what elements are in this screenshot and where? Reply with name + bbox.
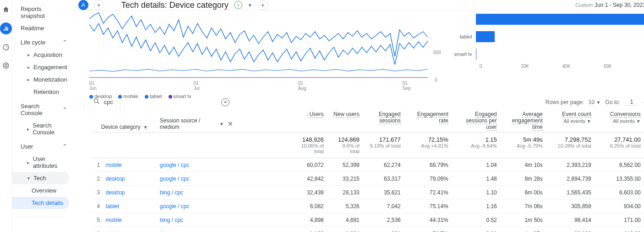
total-cell: 124,8698.8% of total (328, 136, 364, 154)
cell-metric: 1.16 (453, 203, 502, 210)
x-tick: 01Jun (89, 81, 117, 91)
x-axis: 01Jun 01Jul 01Aug 01Sep (89, 81, 430, 91)
rows-per-page-select[interactable]: 10 ▼ (589, 99, 601, 105)
sidebar-acquisition[interactable]: ▸Acquisition (12, 49, 73, 61)
chevron-down-icon: ▼ (219, 122, 224, 127)
cell-device-category[interactable]: desktop (106, 189, 160, 196)
add-comparison-button[interactable]: + (258, 0, 268, 10)
table-row: 6tabletbing / cpc1,1931,08496158.7%0.814… (91, 227, 644, 232)
chevron-down-icon: ▼ (596, 100, 600, 105)
advertising-icon[interactable] (0, 60, 11, 71)
sidebar-tech-overview[interactable]: Overview (12, 184, 73, 197)
goto-input[interactable] (625, 99, 639, 105)
explore-icon[interactable] (0, 42, 11, 53)
sidebar-tech-details[interactable]: Tech details (12, 197, 69, 209)
legend-item[interactable]: mobile (118, 94, 138, 99)
legend-item[interactable]: smart tv (169, 94, 191, 99)
table-row: 4tabletgoogle / cpc6,0825,3267,04275.14%… (91, 199, 644, 213)
cell-metric: 6,562.00 (596, 162, 644, 168)
x-tick: 01Aug (298, 81, 326, 91)
column-header[interactable]: Average engagement time (502, 111, 547, 130)
total-cell: 27,741.008.25% of total (596, 136, 644, 154)
cell-device-category[interactable]: desktop (106, 176, 160, 182)
cell-device-category[interactable]: mobile (106, 162, 160, 168)
svg-point-7 (94, 99, 98, 103)
cell-metric: 1.48 (453, 176, 502, 182)
sidebar-retention[interactable]: Retention (12, 86, 73, 98)
dimension-1-header[interactable]: Device category▼ (91, 124, 160, 130)
bar-x-axis: 020K40K60K80K (480, 63, 644, 69)
cell-metric: 6,603.00 (596, 189, 644, 196)
row-index: 4 (91, 203, 106, 210)
sidebar-monetization[interactable]: ▸Monetization (12, 73, 73, 86)
cell-source-medium[interactable]: google / cpc (160, 176, 233, 182)
sidebar-realtime[interactable]: Realtime (12, 22, 73, 34)
reports-icon[interactable] (0, 22, 12, 34)
cell-metric: 13,355.00 (596, 176, 644, 182)
legend-item[interactable]: desktop (89, 94, 112, 99)
remove-dimension-button[interactable]: ✕ (228, 120, 233, 127)
cell-device-category[interactable]: tablet (106, 231, 160, 232)
legend-item[interactable]: tablet (145, 94, 162, 99)
charts-area: 500 0 01Jun 01Jul 01Aug 01Sep desktopmob… (73, 11, 644, 95)
cell-metric: 98,414 (547, 217, 596, 223)
sidebar-search-console-section[interactable]: Search Console⌃ (12, 98, 73, 119)
label: Reports snapshot (21, 6, 67, 19)
column-header[interactable]: Event countAll events ▼ (547, 111, 596, 130)
cell-source-medium[interactable]: bing / cpc (160, 189, 233, 196)
column-header[interactable]: New users (328, 111, 364, 130)
cell-metric: 79.06% (405, 176, 453, 182)
cell-source-medium[interactable]: google / cpc (160, 162, 233, 168)
clear-search-button[interactable]: ✕ (221, 98, 229, 106)
caret-icon: ▸ (26, 160, 30, 165)
cell-device-category[interactable]: mobile (106, 217, 160, 223)
chevron-up-icon: ⌃ (62, 143, 67, 150)
sidebar-tech[interactable]: ▾Tech (12, 172, 69, 184)
sidebar-user-section[interactable]: User⌃ (12, 138, 73, 153)
cell-device-category[interactable]: tablet (106, 203, 160, 210)
row-index: 6 (91, 231, 106, 232)
row-index: 5 (91, 217, 106, 223)
y-tick-500: 500 (433, 50, 441, 55)
date-range-picker[interactable]: CustomJun 1 - Sep 30, 2023 ▼ (575, 2, 644, 8)
cell-metric: 6m 00s (502, 189, 547, 196)
bar-row (448, 11, 644, 28)
column-header[interactable]: Engagement rate (405, 111, 453, 130)
segment-chip[interactable]: A (78, 0, 88, 10)
column-header[interactable]: ConversionsAll events ▼ (596, 111, 644, 130)
cell-metric: 1,084 (328, 231, 364, 232)
topbar: A + Tech details: Device category ✓ ▼ + … (73, 0, 644, 11)
cell-metric: 6,082 (289, 203, 328, 210)
chevron-down-icon: ▼ (587, 119, 591, 124)
label: Tech (33, 175, 46, 182)
cell-source-medium[interactable]: bing / cpc (160, 231, 233, 232)
label: User attributes (33, 155, 67, 169)
sidebar-user-attributes[interactable]: ▸User attributes (12, 153, 73, 172)
cell-source-medium[interactable]: bing / cpc (160, 217, 233, 223)
sidebar-engagement[interactable]: ▸Engagement (12, 61, 73, 73)
title-dropdown[interactable]: ▼ (248, 3, 252, 8)
add-segment-button[interactable]: + (94, 0, 104, 10)
label: Life cycle (21, 39, 45, 46)
cell-metric: 1,565,435 (547, 189, 596, 196)
table-row: 2desktopgoogle / cpc42,84233,21563,31779… (91, 172, 644, 186)
column-header[interactable]: ↓Users (289, 111, 328, 130)
sidebar-reports-snapshot[interactable]: Reports snapshot (12, 3, 73, 22)
cell-metric: 4,691 (328, 217, 364, 223)
caret-icon: ▸ (26, 65, 31, 70)
goto-label: Go to: (605, 99, 620, 105)
sidebar-search-console[interactable]: ▸Search Console (12, 119, 73, 138)
row-index: 3 (91, 189, 106, 196)
dimension-2-header[interactable]: Session source / medium▼✕ (160, 117, 233, 130)
search-input[interactable] (104, 99, 223, 105)
sidebar-life-cycle[interactable]: Life cycle⌃ (12, 34, 73, 49)
home-icon[interactable] (0, 4, 11, 15)
cell-metric: 8m 28s (502, 176, 547, 182)
cell-source-medium[interactable]: google / cpc (160, 203, 233, 210)
label: Retention (33, 88, 59, 95)
column-header[interactable]: Engaged sessions per user (453, 111, 502, 130)
column-header[interactable]: Engaged sessions (364, 111, 405, 130)
cell-metric: 1m 50s (502, 217, 547, 223)
chevron-up-icon: ⌃ (62, 39, 67, 46)
cell-metric: 171.00 (596, 217, 644, 223)
